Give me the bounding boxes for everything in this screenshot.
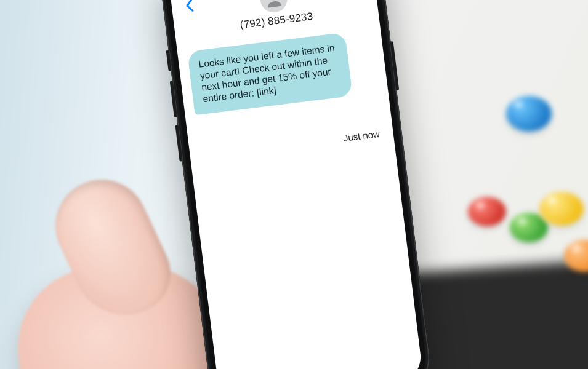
phone-screen: (792) 885-9233 Looks like you left a few… — [167, 0, 424, 369]
scene-background: (792) 885-9233 Looks like you left a few… — [0, 0, 588, 369]
background-candy-blue — [506, 96, 552, 132]
svg-point-7 — [269, 0, 277, 1]
contact-avatar[interactable] — [259, 0, 289, 14]
background-candy-yellow — [539, 192, 584, 226]
incoming-message-bubble[interactable]: Looks like you left a few items in your … — [187, 32, 353, 114]
back-button[interactable] — [179, 0, 198, 15]
messages-area[interactable]: Looks like you left a few items in your … — [176, 15, 394, 162]
background-candy-red — [468, 197, 506, 226]
message-timestamp: Just now — [199, 129, 381, 161]
